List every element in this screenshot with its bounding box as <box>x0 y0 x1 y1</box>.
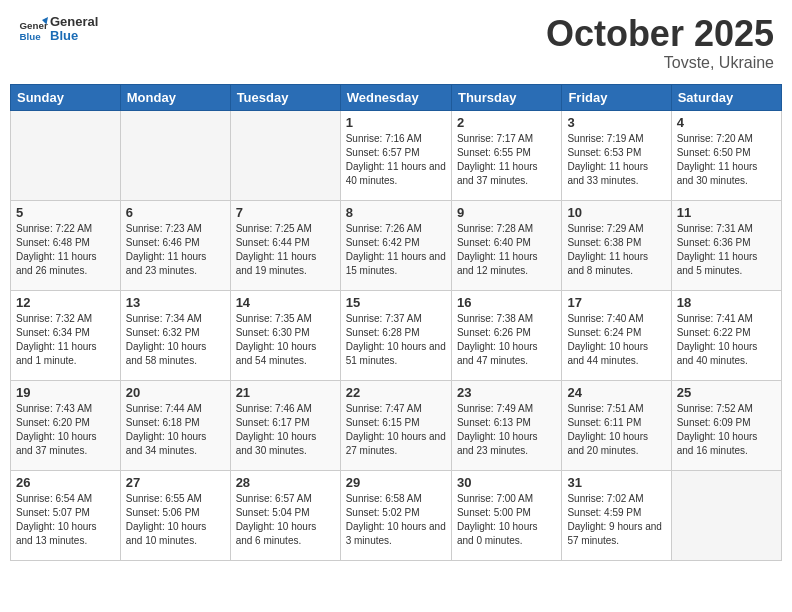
day-info: Sunrise: 7:02 AM Sunset: 4:59 PM Dayligh… <box>567 492 665 548</box>
day-info: Sunrise: 7:00 AM Sunset: 5:00 PM Dayligh… <box>457 492 556 548</box>
col-friday: Friday <box>562 84 671 110</box>
logo-blue-text: Blue <box>50 29 98 43</box>
table-row <box>11 110 121 200</box>
table-row: 8Sunrise: 7:26 AM Sunset: 6:42 PM Daylig… <box>340 200 451 290</box>
table-row: 3Sunrise: 7:19 AM Sunset: 6:53 PM Daylig… <box>562 110 671 200</box>
day-number: 16 <box>457 295 556 310</box>
calendar-week-row: 1Sunrise: 7:16 AM Sunset: 6:57 PM Daylig… <box>11 110 782 200</box>
calendar-week-row: 5Sunrise: 7:22 AM Sunset: 6:48 PM Daylig… <box>11 200 782 290</box>
day-info: Sunrise: 7:34 AM Sunset: 6:32 PM Dayligh… <box>126 312 225 368</box>
table-row: 13Sunrise: 7:34 AM Sunset: 6:32 PM Dayli… <box>120 290 230 380</box>
day-info: Sunrise: 7:46 AM Sunset: 6:17 PM Dayligh… <box>236 402 335 458</box>
day-info: Sunrise: 6:57 AM Sunset: 5:04 PM Dayligh… <box>236 492 335 548</box>
day-number: 5 <box>16 205 115 220</box>
col-wednesday: Wednesday <box>340 84 451 110</box>
day-number: 26 <box>16 475 115 490</box>
day-number: 1 <box>346 115 446 130</box>
day-number: 12 <box>16 295 115 310</box>
day-number: 31 <box>567 475 665 490</box>
day-info: Sunrise: 7:35 AM Sunset: 6:30 PM Dayligh… <box>236 312 335 368</box>
day-number: 25 <box>677 385 776 400</box>
table-row: 12Sunrise: 7:32 AM Sunset: 6:34 PM Dayli… <box>11 290 121 380</box>
day-number: 9 <box>457 205 556 220</box>
day-number: 11 <box>677 205 776 220</box>
day-info: Sunrise: 6:54 AM Sunset: 5:07 PM Dayligh… <box>16 492 115 548</box>
table-row: 7Sunrise: 7:25 AM Sunset: 6:44 PM Daylig… <box>230 200 340 290</box>
day-number: 4 <box>677 115 776 130</box>
table-row: 25Sunrise: 7:52 AM Sunset: 6:09 PM Dayli… <box>671 380 781 470</box>
day-number: 23 <box>457 385 556 400</box>
day-info: Sunrise: 7:31 AM Sunset: 6:36 PM Dayligh… <box>677 222 776 278</box>
table-row: 2Sunrise: 7:17 AM Sunset: 6:55 PM Daylig… <box>451 110 561 200</box>
calendar-week-row: 26Sunrise: 6:54 AM Sunset: 5:07 PM Dayli… <box>11 470 782 560</box>
day-info: Sunrise: 7:51 AM Sunset: 6:11 PM Dayligh… <box>567 402 665 458</box>
table-row: 11Sunrise: 7:31 AM Sunset: 6:36 PM Dayli… <box>671 200 781 290</box>
day-number: 14 <box>236 295 335 310</box>
table-row <box>230 110 340 200</box>
day-number: 10 <box>567 205 665 220</box>
col-tuesday: Tuesday <box>230 84 340 110</box>
day-info: Sunrise: 7:41 AM Sunset: 6:22 PM Dayligh… <box>677 312 776 368</box>
col-sunday: Sunday <box>11 84 121 110</box>
logo-icon: General Blue <box>18 14 48 44</box>
day-info: Sunrise: 7:47 AM Sunset: 6:15 PM Dayligh… <box>346 402 446 458</box>
table-row <box>671 470 781 560</box>
day-number: 22 <box>346 385 446 400</box>
day-info: Sunrise: 7:19 AM Sunset: 6:53 PM Dayligh… <box>567 132 665 188</box>
day-number: 20 <box>126 385 225 400</box>
table-row: 18Sunrise: 7:41 AM Sunset: 6:22 PM Dayli… <box>671 290 781 380</box>
location-heading: Tovste, Ukraine <box>546 54 774 72</box>
day-number: 3 <box>567 115 665 130</box>
month-heading: October 2025 <box>546 14 774 54</box>
day-number: 30 <box>457 475 556 490</box>
day-info: Sunrise: 7:32 AM Sunset: 6:34 PM Dayligh… <box>16 312 115 368</box>
table-row: 24Sunrise: 7:51 AM Sunset: 6:11 PM Dayli… <box>562 380 671 470</box>
table-row: 29Sunrise: 6:58 AM Sunset: 5:02 PM Dayli… <box>340 470 451 560</box>
day-info: Sunrise: 6:55 AM Sunset: 5:06 PM Dayligh… <box>126 492 225 548</box>
table-row: 15Sunrise: 7:37 AM Sunset: 6:28 PM Dayli… <box>340 290 451 380</box>
day-info: Sunrise: 7:43 AM Sunset: 6:20 PM Dayligh… <box>16 402 115 458</box>
day-info: Sunrise: 7:44 AM Sunset: 6:18 PM Dayligh… <box>126 402 225 458</box>
table-row: 1Sunrise: 7:16 AM Sunset: 6:57 PM Daylig… <box>340 110 451 200</box>
day-number: 19 <box>16 385 115 400</box>
table-row: 30Sunrise: 7:00 AM Sunset: 5:00 PM Dayli… <box>451 470 561 560</box>
day-info: Sunrise: 7:16 AM Sunset: 6:57 PM Dayligh… <box>346 132 446 188</box>
day-number: 27 <box>126 475 225 490</box>
day-number: 13 <box>126 295 225 310</box>
table-row: 4Sunrise: 7:20 AM Sunset: 6:50 PM Daylig… <box>671 110 781 200</box>
svg-text:Blue: Blue <box>20 31 42 42</box>
day-number: 18 <box>677 295 776 310</box>
day-number: 7 <box>236 205 335 220</box>
day-info: Sunrise: 7:28 AM Sunset: 6:40 PM Dayligh… <box>457 222 556 278</box>
day-info: Sunrise: 7:29 AM Sunset: 6:38 PM Dayligh… <box>567 222 665 278</box>
day-number: 2 <box>457 115 556 130</box>
day-number: 28 <box>236 475 335 490</box>
table-row: 14Sunrise: 7:35 AM Sunset: 6:30 PM Dayli… <box>230 290 340 380</box>
calendar-header-row: Sunday Monday Tuesday Wednesday Thursday… <box>11 84 782 110</box>
day-number: 17 <box>567 295 665 310</box>
table-row: 28Sunrise: 6:57 AM Sunset: 5:04 PM Dayli… <box>230 470 340 560</box>
table-row: 27Sunrise: 6:55 AM Sunset: 5:06 PM Dayli… <box>120 470 230 560</box>
day-info: Sunrise: 7:52 AM Sunset: 6:09 PM Dayligh… <box>677 402 776 458</box>
table-row: 9Sunrise: 7:28 AM Sunset: 6:40 PM Daylig… <box>451 200 561 290</box>
table-row: 21Sunrise: 7:46 AM Sunset: 6:17 PM Dayli… <box>230 380 340 470</box>
day-info: Sunrise: 7:17 AM Sunset: 6:55 PM Dayligh… <box>457 132 556 188</box>
day-info: Sunrise: 7:38 AM Sunset: 6:26 PM Dayligh… <box>457 312 556 368</box>
table-row: 20Sunrise: 7:44 AM Sunset: 6:18 PM Dayli… <box>120 380 230 470</box>
day-number: 21 <box>236 385 335 400</box>
table-row <box>120 110 230 200</box>
calendar-week-row: 12Sunrise: 7:32 AM Sunset: 6:34 PM Dayli… <box>11 290 782 380</box>
day-number: 6 <box>126 205 225 220</box>
table-row: 19Sunrise: 7:43 AM Sunset: 6:20 PM Dayli… <box>11 380 121 470</box>
col-saturday: Saturday <box>671 84 781 110</box>
table-row: 26Sunrise: 6:54 AM Sunset: 5:07 PM Dayli… <box>11 470 121 560</box>
day-info: Sunrise: 7:25 AM Sunset: 6:44 PM Dayligh… <box>236 222 335 278</box>
day-info: Sunrise: 7:40 AM Sunset: 6:24 PM Dayligh… <box>567 312 665 368</box>
calendar-week-row: 19Sunrise: 7:43 AM Sunset: 6:20 PM Dayli… <box>11 380 782 470</box>
table-row: 10Sunrise: 7:29 AM Sunset: 6:38 PM Dayli… <box>562 200 671 290</box>
day-info: Sunrise: 7:20 AM Sunset: 6:50 PM Dayligh… <box>677 132 776 188</box>
day-number: 15 <box>346 295 446 310</box>
day-info: Sunrise: 7:26 AM Sunset: 6:42 PM Dayligh… <box>346 222 446 278</box>
day-number: 29 <box>346 475 446 490</box>
day-info: Sunrise: 7:22 AM Sunset: 6:48 PM Dayligh… <box>16 222 115 278</box>
